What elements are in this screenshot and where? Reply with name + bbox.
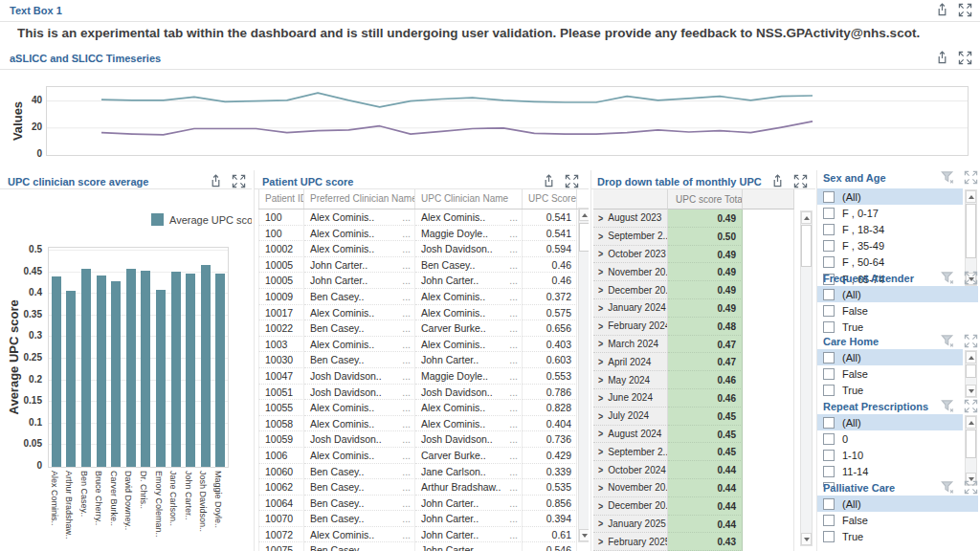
expand-icon[interactable] <box>793 174 808 188</box>
checkbox[interactable] <box>823 433 835 445</box>
month-cell[interactable]: >August 2023 <box>593 209 668 228</box>
table-row[interactable]: >September 2...0.50 <box>593 228 795 246</box>
export-icon[interactable] <box>542 174 556 188</box>
column-header[interactable]: UPC Clinician Name <box>415 189 523 209</box>
scrollbar[interactable] <box>800 210 813 546</box>
table-row[interactable]: >September 2...0.45 <box>593 443 795 461</box>
scroll-up-button[interactable] <box>966 416 976 429</box>
table-row[interactable]: 1006Alex Cominis.....Carver Burke.....0.… <box>258 448 578 464</box>
bar[interactable] <box>171 272 181 467</box>
bar[interactable] <box>97 276 106 467</box>
filter-option[interactable]: F , 35-49 <box>817 238 963 254</box>
checkbox[interactable] <box>823 191 835 203</box>
filter-option[interactable]: False <box>817 512 978 528</box>
expand-icon[interactable] <box>964 334 978 348</box>
chevron-right-icon[interactable]: > <box>598 248 603 260</box>
expand-icon[interactable] <box>964 399 978 413</box>
bar[interactable] <box>141 271 150 467</box>
filter-option[interactable]: 1-10 <box>817 447 963 463</box>
scroll-up-button[interactable] <box>966 190 976 203</box>
table-row[interactable]: 10047Josh Davidson.....Maggie Doyle.....… <box>258 368 578 385</box>
filter-option[interactable]: (All) <box>817 414 963 430</box>
chevron-right-icon[interactable]: > <box>598 499 603 512</box>
filter-option[interactable]: (All) <box>817 286 978 302</box>
month-cell[interactable]: >September 2... <box>593 228 668 246</box>
month-cell[interactable]: >December 20... <box>593 281 668 299</box>
bar[interactable] <box>66 291 76 467</box>
checkbox[interactable] <box>823 531 835 542</box>
bar[interactable] <box>156 290 166 467</box>
table-row[interactable]: >August 20240.45 <box>593 426 795 444</box>
chevron-right-icon[interactable]: > <box>598 338 603 350</box>
table-row[interactable]: >February 20240.48 <box>593 318 795 336</box>
month-cell[interactable]: >October 2023 <box>593 246 668 264</box>
table-row[interactable]: 10022Ben Casey.....Carver Burke.....0.65… <box>258 320 578 337</box>
bar[interactable] <box>111 281 121 467</box>
checkbox[interactable] <box>823 368 835 380</box>
month-cell[interactable]: >April 2024 <box>593 353 668 371</box>
scrollbar[interactable] <box>965 350 977 398</box>
scroll-thumb[interactable] <box>966 430 976 458</box>
filter-option[interactable]: 11-14 <box>817 464 963 480</box>
checkbox[interactable] <box>823 289 835 300</box>
table-row[interactable]: 100Alex Cominis.....Alex Cominis.....0.5… <box>258 209 578 226</box>
scroll-down-button[interactable] <box>579 529 589 541</box>
column-header[interactable]: Preferred Clinician Name <box>304 189 415 209</box>
filter-option[interactable]: False <box>817 302 978 319</box>
table-row[interactable]: >November 20...0.49 <box>593 263 795 281</box>
column-header[interactable]: UPC Score <box>523 189 577 209</box>
scrollbar[interactable] <box>578 208 589 542</box>
table-row[interactable]: >March 20240.47 <box>593 336 795 354</box>
filter-icon[interactable] <box>941 271 955 285</box>
table-row[interactable]: 10030Ben Casey.....John Carter.....0.603 <box>258 352 578 368</box>
table-row[interactable]: 10072Alex Cominis.....John Carter.....0.… <box>258 527 578 543</box>
table-row[interactable]: >February 20250.43 <box>593 533 795 551</box>
chevron-right-icon[interactable]: > <box>598 266 603 278</box>
table-row[interactable]: >October 20230.49 <box>593 246 795 264</box>
checkbox[interactable] <box>823 256 835 268</box>
chevron-right-icon[interactable]: > <box>598 428 603 440</box>
checkbox[interactable] <box>823 240 835 252</box>
scroll-up-button[interactable] <box>579 209 589 221</box>
table-row[interactable]: >May 20240.46 <box>593 371 795 389</box>
table-row[interactable]: 10062Ben Casey.....Arthur Bradshaw.....0… <box>258 479 578 496</box>
scroll-down-button[interactable] <box>801 533 812 545</box>
timeseries-plot-area[interactable] <box>46 86 969 156</box>
expand-icon[interactable] <box>964 480 978 495</box>
chevron-right-icon[interactable]: > <box>598 374 603 386</box>
chevron-right-icon[interactable]: > <box>598 409 603 422</box>
month-cell[interactable]: >November 20... <box>593 263 668 281</box>
expand-icon[interactable] <box>964 271 978 285</box>
bar-plot-area[interactable] <box>48 247 229 468</box>
scroll-thumb[interactable] <box>579 223 589 252</box>
month-cell[interactable]: >May 2024 <box>593 371 668 389</box>
checkbox[interactable] <box>823 208 835 219</box>
chevron-right-icon[interactable]: > <box>598 356 603 368</box>
checkbox[interactable] <box>823 321 835 333</box>
month-cell[interactable]: >October 2024 <box>593 461 668 479</box>
bar[interactable] <box>81 269 91 468</box>
table-row[interactable]: >October 20240.44 <box>593 461 795 479</box>
table-row[interactable]: 10058Alex Cominis.....Alex Cominis.....0… <box>258 416 578 432</box>
table-row[interactable]: 10060Ben Casey.....Jane Carlson.....0.33… <box>258 464 578 480</box>
timeseries-chart[interactable] <box>47 87 968 155</box>
filter-icon[interactable] <box>941 480 955 495</box>
scroll-thumb[interactable] <box>801 225 812 267</box>
filter-option[interactable]: True <box>817 319 978 335</box>
month-cell[interactable]: >February 2024 <box>593 318 668 336</box>
checkbox[interactable] <box>823 515 835 526</box>
chevron-right-icon[interactable]: > <box>598 284 603 297</box>
table-row[interactable]: 10005John Carter.....John Carter.....0.4… <box>258 273 578 289</box>
filter-option[interactable]: True <box>817 528 978 544</box>
table-row[interactable]: >June 20240.46 <box>593 389 795 408</box>
filter-option[interactable]: F , 0-17 <box>817 205 963 221</box>
column-header[interactable]: UPC score Total <box>668 189 743 209</box>
checkbox[interactable] <box>823 224 835 235</box>
table-row[interactable]: >July 20240.45 <box>593 408 795 426</box>
chevron-right-icon[interactable]: > <box>598 464 603 476</box>
chevron-right-icon[interactable]: > <box>598 536 603 548</box>
expand-icon[interactable] <box>565 174 579 188</box>
table-row[interactable]: 10017Alex Cominis.....Alex Cominis.....0… <box>258 305 578 321</box>
scrollbar[interactable] <box>965 415 977 486</box>
chevron-right-icon[interactable]: > <box>598 230 603 242</box>
